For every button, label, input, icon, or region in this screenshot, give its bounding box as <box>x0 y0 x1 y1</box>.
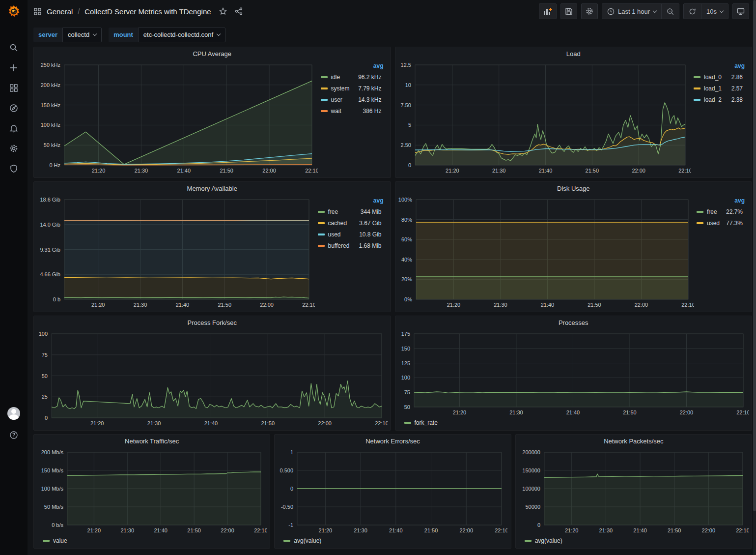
panel-title-disk-usage[interactable]: Disk Usage <box>395 182 752 195</box>
panel-title-network-packets[interactable]: Network Packets/sec <box>516 435 752 447</box>
svg-text:22:00: 22:00 <box>701 527 715 533</box>
svg-text:21:50: 21:50 <box>218 302 232 308</box>
legend-item-free[interactable]: free22.7% <box>695 206 745 217</box>
scrollbar-thumb[interactable] <box>753 0 756 511</box>
legend-label: idle <box>331 74 340 81</box>
network-errors-chart[interactable]: -1-0.5000.500121:2021:3021:4021:5022:002… <box>278 447 507 535</box>
time-range-button[interactable]: Last 1 hour <box>602 4 661 19</box>
grafana-logo[interactable] <box>0 0 28 23</box>
help-question-icon[interactable] <box>9 431 18 439</box>
user-avatar[interactable] <box>7 407 20 420</box>
dashboard-title[interactable]: CollectD Server Metrics with TDengine <box>84 7 211 16</box>
legend-item-used[interactable]: used77.3% <box>695 217 745 229</box>
legend-label: used <box>707 220 720 227</box>
network-traffic-legend: value <box>37 535 267 546</box>
legend-header-avg[interactable]: avg <box>695 196 745 206</box>
search-icon[interactable] <box>9 43 18 52</box>
breadcrumb-section[interactable]: General <box>47 7 73 16</box>
server-admin-shield-icon[interactable] <box>9 164 18 173</box>
process-fork-chart[interactable]: 025507510021:2021:3021:4021:5022:0022:10 <box>37 329 388 428</box>
network-packets-chart[interactable]: 05000010000015000020000021:2021:3021:402… <box>519 447 749 535</box>
legend-item-load_1[interactable]: load_12.57 <box>692 83 745 94</box>
legend-item-cached[interactable]: cached3.67 Gib <box>316 217 384 229</box>
panel-title-cpu-average[interactable]: CPU Average <box>34 47 391 60</box>
legend-header-avg[interactable]: avg <box>316 196 384 206</box>
panel-title-processes[interactable]: Processes <box>395 316 752 329</box>
svg-text:4.66 Gib: 4.66 Gib <box>40 271 60 277</box>
legend-value: 14.3 kHz <box>358 96 381 103</box>
variable-server-label: server <box>33 28 62 42</box>
legend-item-buffered[interactable]: buffered1.68 Mib <box>316 240 384 251</box>
refresh-button[interactable] <box>684 4 701 19</box>
legend-item-load_2[interactable]: load_22.38 <box>692 94 745 105</box>
star-icon[interactable] <box>219 7 227 15</box>
panel-title-network-traffic[interactable]: Network Traffic/sec <box>34 435 270 447</box>
share-icon[interactable] <box>235 7 243 15</box>
svg-text:175: 175 <box>401 331 410 337</box>
panel-title-load[interactable]: Load <box>395 47 752 60</box>
legend-label: used <box>328 231 341 238</box>
svg-text:100000: 100000 <box>522 486 540 492</box>
alerting-bell-icon[interactable] <box>9 124 18 133</box>
legend-item-value[interactable]: value <box>42 536 68 546</box>
legend-label: free <box>328 208 338 215</box>
create-plus-icon[interactable] <box>9 63 18 72</box>
svg-text:21:20: 21:20 <box>447 302 460 308</box>
legend-header-avg[interactable]: avg <box>319 61 384 71</box>
legend-value: 1.68 Mib <box>359 242 381 249</box>
refresh-interval-button[interactable]: 10s <box>701 4 728 19</box>
variable-mount-select[interactable]: etc-collectd-collectd.conf <box>138 28 225 42</box>
cycle-view-mode-button[interactable] <box>732 3 749 19</box>
legend-item-system[interactable]: system7.79 kHz <box>319 83 384 94</box>
dashboard-grid: CPU Average 0 Hz50 kHz100 kHz150 kHz200 … <box>28 47 756 555</box>
legend-swatch <box>321 110 328 112</box>
svg-text:14.0 Gib: 14.0 Gib <box>40 222 60 228</box>
dashboards-icon[interactable] <box>9 84 18 92</box>
svg-text:21:30: 21:30 <box>492 168 505 174</box>
svg-text:75: 75 <box>404 389 410 395</box>
legend-value: 2.86 <box>731 74 743 81</box>
network-traffic-chart[interactable]: 0 b/s50 Mb/s100 Mb/s150 Mb/s200 Mb/s21:2… <box>37 447 267 535</box>
svg-text:5: 5 <box>408 122 411 128</box>
add-panel-button[interactable] <box>539 3 557 19</box>
svg-text:0 b/s: 0 b/s <box>52 522 63 528</box>
svg-text:21:50: 21:50 <box>424 527 438 533</box>
svg-text:125: 125 <box>401 360 410 366</box>
legend-item-avg-value-[interactable]: avg(value) <box>282 536 322 546</box>
panel-title-memory-available[interactable]: Memory Available <box>34 182 391 195</box>
cpu-average-legend: avgidle96.2 kHzsystem7.79 kHzuser14.3 kH… <box>318 60 388 175</box>
cpu-average-chart[interactable]: 0 Hz50 kHz100 kHz150 kHz200 kHz250 kHz21… <box>37 60 318 175</box>
legend-item-idle[interactable]: idle96.2 kHz <box>319 71 384 83</box>
svg-text:22:10: 22:10 <box>254 527 267 533</box>
processes-chart[interactable]: 507510012515017521:2021:3021:4021:5022:0… <box>398 329 749 417</box>
legend-item-free[interactable]: free344 Mib <box>316 206 384 217</box>
legend-item-avg-value-[interactable]: avg(value) <box>524 536 563 546</box>
svg-text:150: 150 <box>401 346 410 351</box>
svg-text:21:50: 21:50 <box>261 420 275 426</box>
page-scrollbar[interactable] <box>753 0 756 555</box>
legend-header-avg[interactable]: avg <box>692 61 745 71</box>
legend-item-fork_rate[interactable]: fork_rate <box>403 418 439 428</box>
legend-swatch <box>321 99 328 101</box>
variable-server-select[interactable]: collectd <box>62 28 102 42</box>
legend-item-used[interactable]: used10.8 Gib <box>316 229 384 240</box>
svg-text:200000: 200000 <box>522 449 540 455</box>
svg-text:21:20: 21:20 <box>87 527 101 533</box>
legend-value: 22.7% <box>726 208 743 215</box>
save-dashboard-button[interactable] <box>560 3 577 19</box>
dashboard-settings-button[interactable] <box>581 3 598 19</box>
legend-item-wait[interactable]: wait386 Hz <box>319 105 384 117</box>
legend-item-load_0[interactable]: load_02.86 <box>692 71 745 83</box>
panel-title-network-errors[interactable]: Network Errors/sec <box>275 435 510 447</box>
load-chart[interactable]: 02.5057.501012.521:2021:3021:4021:5022:0… <box>398 60 691 175</box>
disk-usage-chart[interactable]: 0%20%40%60%80%100%21:2021:3021:4021:5022… <box>398 195 694 310</box>
memory-available-chart[interactable]: 0 b4.66 Gib9.31 Gib14.0 Gib18.6 Gib21:20… <box>37 195 315 310</box>
svg-text:50: 50 <box>42 373 48 379</box>
configuration-gear-icon[interactable] <box>9 144 18 153</box>
explore-compass-icon[interactable] <box>9 104 18 113</box>
panel-title-process-fork[interactable]: Process Fork/sec <box>34 316 391 329</box>
svg-text:1: 1 <box>290 449 293 455</box>
zoom-out-button[interactable] <box>661 4 679 19</box>
svg-text:18.6 Gib: 18.6 Gib <box>40 197 60 203</box>
legend-item-user[interactable]: user14.3 kHz <box>319 94 384 105</box>
